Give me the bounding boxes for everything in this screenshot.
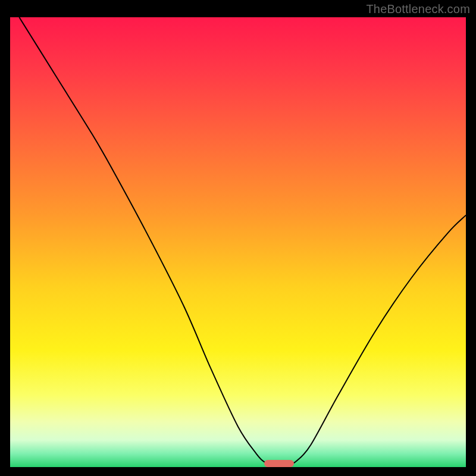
chart-frame [10,17,466,467]
attribution-text: TheBottleneck.com [366,2,470,16]
stage: TheBottleneck.com [0,0,476,476]
optimal-marker [264,460,294,467]
plot-area [10,17,466,467]
chart-svg [10,17,466,467]
gradient-background [10,17,466,467]
